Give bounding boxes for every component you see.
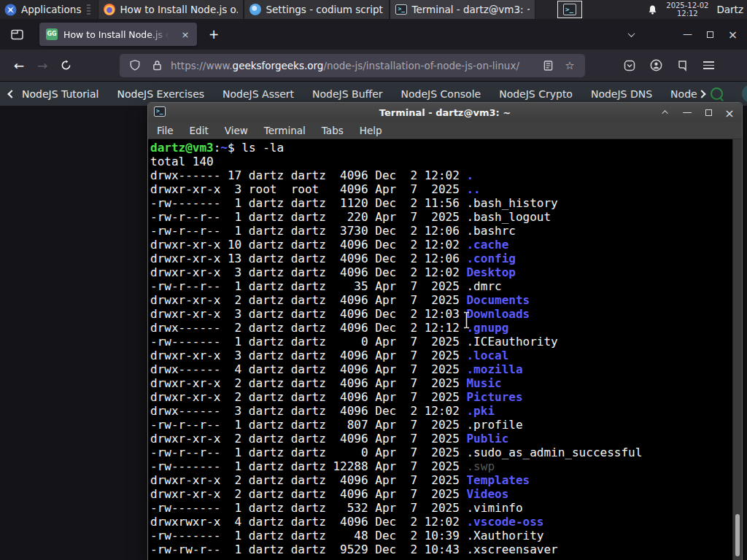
window-button-label: Terminal - dartz@vm3: ~ [411, 4, 530, 15]
panel-right-cluster: 2025-12-02 12:12 Dartz [647, 0, 745, 19]
vscodium-icon [249, 4, 261, 15]
bookmark-star-button[interactable]: ☆ [562, 58, 578, 74]
account-icon [650, 59, 662, 71]
reload-button[interactable] [54, 55, 77, 77]
xubuntu-logo-icon [4, 4, 17, 16]
url-scheme: https://www. [171, 60, 233, 71]
chevron-down-icon [628, 30, 635, 37]
firefox-view-icon [11, 29, 23, 40]
app-menu-button[interactable] [697, 55, 719, 76]
close-icon: × [182, 29, 190, 40]
sign-in-button[interactable]: Sign In [742, 85, 747, 103]
shade-button[interactable] [661, 106, 671, 118]
terminal-titlebar[interactable]: >_ Terminal - dartz@vm3: ~ — × [148, 103, 742, 122]
applications-label: Applications [21, 4, 81, 15]
nav-item-nodejs-assert[interactable]: NodeJS Assert [222, 88, 294, 100]
terminal-scrollbar[interactable] [732, 139, 742, 560]
window-button-list: How to Install Node.js o... Settings - c… [98, 0, 535, 19]
terminal-maximize-button[interactable] [703, 106, 713, 118]
navigation-toolbar: ← → [0, 50, 747, 82]
maximize-icon [707, 31, 713, 38]
firefox-icon [104, 4, 115, 15]
url-bar[interactable]: https://www.geeksforgeeks.org/node-js/in… [120, 54, 585, 77]
terminal-window-controls: — × [661, 103, 735, 122]
window-button-label: How to Install Node.js o... [120, 4, 238, 15]
new-tab-button[interactable]: + [203, 24, 225, 44]
url-domain: geeksforgeeks.org [233, 60, 324, 71]
menu-item-tabs[interactable]: Tabs [322, 125, 344, 136]
reader-mode-button[interactable] [540, 58, 556, 74]
search-icon[interactable] [711, 88, 723, 100]
back-button[interactable]: ← [7, 55, 31, 77]
tracking-protection-shield-icon[interactable] [127, 58, 143, 74]
nav-item-nodejs-exercises[interactable]: NodeJS Exercises [117, 88, 204, 100]
reader-mode-icon [543, 61, 553, 71]
scrollbar-thumb[interactable] [735, 514, 740, 556]
nav-item-node-truncated[interactable]: Node [670, 88, 697, 100]
nav-item-nodejs-tutorial[interactable]: NodeJS Tutorial [22, 88, 98, 100]
account-button[interactable] [645, 55, 667, 76]
maximize-icon [705, 109, 712, 116]
firefox-view-button[interactable] [6, 24, 28, 44]
star-icon: ☆ [565, 59, 574, 72]
back-arrow-icon: ← [14, 58, 24, 73]
notification-bell-icon[interactable] [647, 4, 658, 15]
pocket-icon [624, 60, 635, 71]
chevron-up-icon [662, 110, 667, 116]
extensions-icon [677, 60, 688, 71]
menu-item-file[interactable]: File [157, 125, 174, 136]
tray-terminal-icon[interactable]: >_ [557, 1, 582, 18]
toolbar-icon-cluster [619, 55, 719, 76]
applications-menu-button[interactable]: Applications [0, 0, 95, 19]
terminal-minimize-button[interactable]: — [682, 106, 692, 118]
plus-icon: + [209, 27, 219, 42]
menu-item-help[interactable]: Help [360, 125, 382, 136]
window-minimize-button[interactable]: — [676, 25, 699, 44]
menu-item-edit[interactable]: Edit [190, 125, 209, 136]
desktop: Applications How to Install Node.js o...… [0, 0, 747, 560]
reload-icon [61, 60, 71, 71]
clock[interactable]: 2025-12-02 12:12 [666, 1, 708, 18]
menu-item-terminal[interactable]: Terminal [264, 125, 306, 136]
tab-close-button[interactable]: × [178, 27, 193, 42]
top-panel: Applications How to Install Node.js o...… [0, 0, 747, 19]
nav-item-nodejs-buffer[interactable]: NodeJS Buffer [312, 88, 383, 100]
tab-bar: GG How to Install Node.js on × + — [0, 19, 747, 50]
terminal-menubar: File Edit View Terminal Tabs Help [148, 122, 742, 139]
username-label[interactable]: Dartz [716, 4, 745, 15]
extensions-button[interactable] [671, 55, 693, 76]
terminal-icon: >_ [154, 106, 166, 117]
nav-scroll-right-button[interactable] [697, 90, 705, 98]
window-close-button[interactable]: × [721, 25, 744, 44]
close-icon: × [728, 28, 738, 42]
geeksforgeeks-favicon: GG [46, 28, 58, 40]
url-text: https://www.geeksforgeeks.org/node-js/in… [171, 60, 534, 71]
window-button-vscodium[interactable]: Settings - codium script... [244, 0, 390, 19]
clock-date: 2025-12-02 [666, 1, 708, 9]
browser-tab-active[interactable]: GG How to Install Node.js on × [39, 23, 197, 46]
url-path: /node-js/installation-of-node-js-on-linu… [323, 60, 519, 71]
window-button-label: Settings - codium script... [266, 4, 384, 15]
text-cursor-ibeam [462, 311, 471, 329]
window-button-firefox[interactable]: How to Install Node.js o... [98, 0, 244, 19]
window-maximize-button[interactable] [699, 25, 721, 44]
terminal-body: dartz@vm3:~$ ls -latotal 140drwx------ 1… [148, 139, 742, 560]
clock-time: 12:12 [666, 9, 708, 18]
nav-item-nodejs-crypto[interactable]: NodeJS Crypto [499, 88, 573, 100]
forward-button[interactable]: → [31, 55, 54, 77]
minimize-icon: — [683, 31, 692, 38]
tab-bar-controls: — × [620, 25, 744, 44]
nav-item-nodejs-console[interactable]: NodeJS Console [401, 88, 481, 100]
terminal-close-button[interactable]: × [724, 106, 735, 118]
tasklist-grip [87, 4, 90, 15]
menu-item-view[interactable]: View [225, 125, 248, 136]
tab-title: How to Install Node.js on [63, 29, 172, 40]
nav-item-nodejs-dns[interactable]: NodeJS DNS [591, 88, 652, 100]
pocket-button[interactable] [619, 55, 640, 76]
terminal-icon: >_ [395, 4, 407, 15]
list-all-tabs-button[interactable] [620, 25, 643, 44]
terminal-output[interactable]: dartz@vm3:~$ ls -latotal 140drwx------ 1… [150, 141, 731, 560]
nav-scroll-left-button[interactable] [7, 90, 15, 98]
window-button-terminal[interactable]: >_ Terminal - dartz@vm3: ~ [390, 0, 535, 19]
lock-icon[interactable] [149, 58, 165, 74]
